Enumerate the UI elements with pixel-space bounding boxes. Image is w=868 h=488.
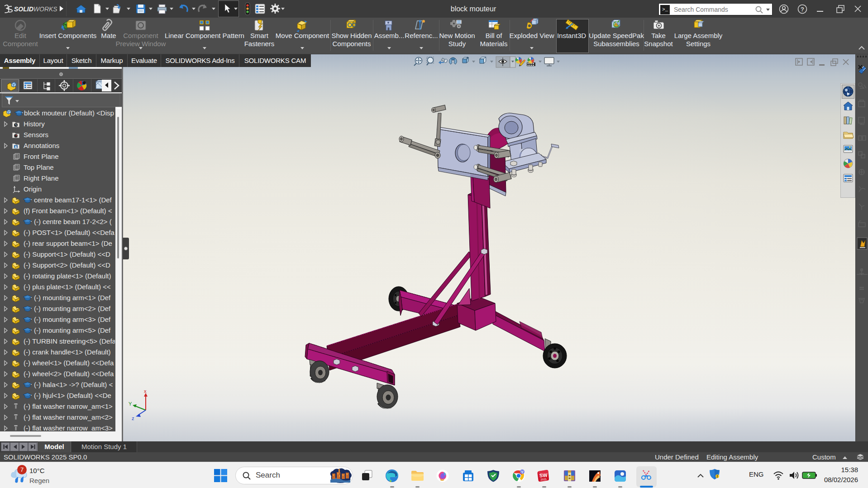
svg-text:2025: 2025 bbox=[540, 478, 547, 481]
svg-text:x: x bbox=[144, 388, 147, 394]
svg-text:?: ? bbox=[801, 6, 804, 13]
svg-text:SW: SW bbox=[539, 472, 548, 478]
svg-text:z: z bbox=[132, 416, 134, 421]
svg-text:!: ! bbox=[615, 24, 616, 27]
svg-text:SOLIDWORKS: SOLIDWORKS bbox=[14, 5, 57, 13]
svg-text:Y: Y bbox=[129, 401, 132, 407]
svg-text:Y: Y bbox=[521, 470, 524, 474]
